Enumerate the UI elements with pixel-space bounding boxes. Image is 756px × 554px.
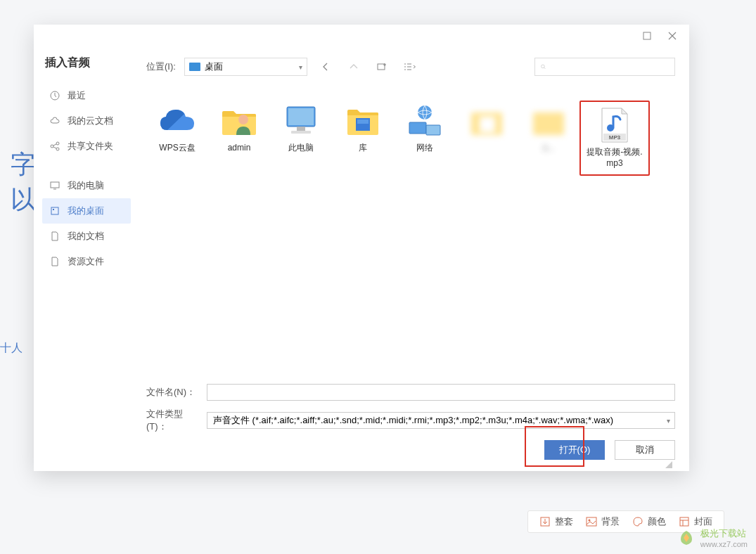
svg-point-3 [56,142,59,145]
filetype-dropdown[interactable]: 声音文件 (*.aif;*.aifc;*.aiff;*.au;*.snd;*.m… [207,412,675,429]
bottom-bar-label: 背景 [601,515,620,528]
bottom-area: 文件名(N)： 文件类型(T)： 声音文件 (*.aif;*.aifc;*.ai… [146,375,675,471]
sidebar-item-label: 资源文件 [68,255,104,268]
svg-point-19 [418,105,432,120]
file-item-library[interactable]: 库 [332,101,394,176]
watermark-url: www.xz7.com [700,540,748,548]
filetype-value: 声音文件 (*.aif;*.aifc;*.aiff;*.au;*.snd;*.m… [213,414,613,427]
file-label: WPS云盘 [159,143,195,154]
filetype-label: 文件类型(T)： [146,408,200,433]
svg-point-11 [238,115,248,124]
file-item-mp3[interactable]: MP3 提取音频-视频.mp3 [579,101,650,176]
sidebar-item-label: 共享文件夹 [68,140,113,153]
sidebar-item-label: 我的云文档 [68,115,113,127]
bottom-bar-label: 封面 [694,515,712,528]
file-label: 此电脑 [288,143,314,154]
svg-rect-6 [51,207,58,214]
sidebar-item-cloud-docs[interactable]: 我的云文档 [42,108,131,134]
filename-input[interactable] [207,384,675,401]
watermark-logo-icon [677,528,696,548]
doc-icon [49,231,60,242]
sidebar-item-recent[interactable]: 最近 [42,83,131,108]
template-icon [679,516,690,527]
search-input[interactable] [534,58,675,76]
background-text-3: 十人 [0,341,23,356]
sidebar-item-desktop[interactable]: 我的桌面 [42,198,131,224]
cloud-drive-icon [156,103,198,138]
file-label: 提取音频-视频.mp3 [584,147,646,169]
file-label: admin [228,143,251,154]
watermark-text: 极光下载站 [700,527,748,540]
svg-point-4 [56,148,59,150]
toolbar: 位置(I): 桌面 ▾ [146,47,675,86]
resize-grip[interactable] [664,460,672,468]
bottom-bar-item-set[interactable]: 整套 [539,515,573,528]
bottom-bar-label: 整套 [555,515,573,528]
bottom-bar-label: 颜色 [648,515,666,528]
main-area: 位置(I): 桌面 ▾ [139,47,689,471]
maximize-button[interactable] [637,27,657,44]
sidebar-item-label: 我的电脑 [68,179,104,192]
cancel-button[interactable]: 取消 [615,440,675,460]
location-label: 位置(I): [146,60,176,73]
dialog-title: 插入音频 [42,47,131,83]
sidebar-item-label: 我的桌面 [68,205,104,217]
view-button[interactable] [400,58,420,76]
download-icon [539,516,551,527]
svg-point-30 [589,520,591,522]
sidebar-item-resources[interactable]: 资源文件 [42,249,131,274]
bottom-bar-item-cover[interactable]: 封面 [679,515,712,528]
svg-rect-23 [480,117,495,132]
file-grid[interactable]: WPS云盘 admin 此电脑 [146,86,675,375]
desktop-small-icon [189,63,200,71]
file-label: 库 [359,143,367,154]
chevron-down-icon: ▾ [299,63,302,71]
svg-rect-13 [288,108,314,125]
new-folder-button[interactable] [372,58,392,76]
sidebar-item-label: 最近 [68,89,86,102]
file-item-user[interactable]: admin [208,101,270,176]
network-icon [404,103,446,138]
bottom-bar-item-bg[interactable]: 背景 [586,515,620,528]
library-icon [342,103,384,138]
bottom-bar-item-color[interactable]: 颜色 [632,515,666,528]
svg-rect-7 [53,209,54,210]
svg-point-2 [51,145,53,148]
folder-icon [527,103,570,138]
back-button[interactable] [316,58,335,76]
svg-rect-31 [680,517,688,526]
desktop-icon [49,205,60,217]
sidebar-item-documents[interactable]: 我的文档 [42,224,131,249]
svg-text:MP3: MP3 [609,134,621,141]
svg-point-9 [542,65,545,68]
watermark: 极光下载站 www.xz7.com [677,527,748,548]
search-field[interactable] [550,62,669,72]
svg-rect-20 [409,122,426,134]
file-item-blurred-2[interactable]: z... [518,101,579,176]
file-label: 网络 [416,143,433,154]
sidebar-item-shared[interactable]: 共享文件夹 [42,134,131,159]
up-button[interactable] [344,58,364,76]
sidebar: 插入音频 最近 我的云文档 共享文件夹 我的电脑 我的桌面 [34,47,139,471]
file-item-this-pc[interactable]: 此电脑 [270,101,332,176]
image-icon [586,516,597,527]
location-value: 桌面 [205,60,223,73]
monitor-icon [49,180,60,191]
open-button[interactable]: 打开(O) [544,440,605,460]
user-folder-icon [218,103,260,138]
sidebar-item-label: 我的文档 [68,230,104,243]
file-item-network[interactable]: 网络 [394,101,456,176]
doc-icon [49,256,60,267]
file-item-blurred-1[interactable] [456,101,518,176]
close-button[interactable] [662,27,682,44]
insert-audio-dialog: 插入音频 最近 我的云文档 共享文件夹 我的电脑 我的桌面 [34,25,689,471]
file-item-wps-cloud[interactable]: WPS云盘 [146,101,208,176]
svg-rect-14 [297,127,305,131]
mp3-icon: MP3 [594,108,636,143]
svg-rect-18 [357,120,369,124]
palette-icon [632,516,643,527]
location-dropdown[interactable]: 桌面 ▾ [184,58,307,76]
svg-rect-15 [291,131,311,134]
svg-rect-24 [533,112,564,135]
sidebar-item-my-computer[interactable]: 我的电脑 [42,173,131,198]
